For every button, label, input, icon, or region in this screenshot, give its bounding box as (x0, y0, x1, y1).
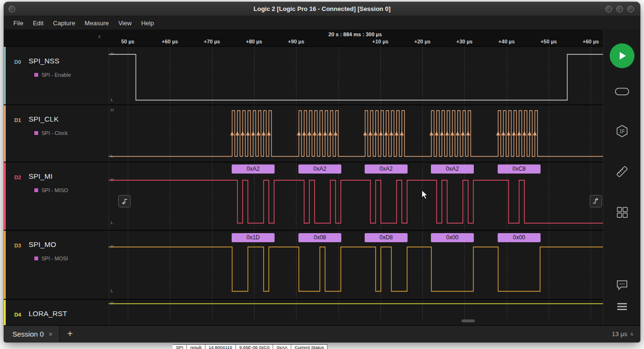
row-separator (4, 299, 603, 300)
spi-byte-annotation[interactable]: 0xA2 (431, 164, 474, 174)
titlebar[interactable]: Logic 2 [Logic Pro 16 - Connected] [Sess… (4, 2, 640, 16)
level-low-marker: L (111, 220, 113, 225)
horizontal-scrollbar-thumb[interactable] (461, 319, 475, 322)
spi-byte-annotation[interactable]: 0x08 (298, 233, 341, 242)
timeline-tick-label: +40 µs (499, 39, 515, 44)
level-low-marker: L (111, 154, 113, 158)
timeline-tick-label: +70 µs (204, 39, 220, 44)
zoom-level-control[interactable]: 13 µs ∧ (612, 330, 634, 338)
row-separator (4, 230, 603, 231)
channel-name[interactable]: SPI_NSS (29, 57, 60, 65)
analyzer-name: SPI - Clock (41, 130, 68, 136)
next-edge-button-icon (592, 197, 600, 205)
menubar: FileEditCaptureMeasureViewHelp (4, 16, 640, 30)
timeline-tick-label: +90 µs (288, 39, 304, 44)
menu-file[interactable]: File (9, 16, 28, 30)
analyzer-bullet-icon (34, 73, 38, 77)
close-tab-icon[interactable]: × (49, 330, 52, 338)
level-high-marker: H (111, 301, 114, 306)
channel-id: D1 (14, 117, 21, 123)
channel-name[interactable]: LORA_RST (29, 309, 67, 318)
tab-session-0[interactable]: Session 0 × (4, 326, 60, 342)
channel-row-d2: D2SPI_MISPI - MISOHL0xA20xA20xA20xA20xC8 (4, 162, 603, 230)
window-menu-button[interactable] (9, 6, 15, 12)
prev-edge-button[interactable] (118, 195, 131, 207)
hamburger-icon (616, 302, 628, 311)
analyzer-label[interactable]: SPI - MOSI (34, 256, 68, 261)
feedback-button[interactable] (612, 275, 633, 294)
channel-color-stripe[interactable] (4, 230, 6, 299)
layout-button[interactable] (612, 203, 633, 222)
menu-view[interactable]: View (113, 16, 136, 30)
layout-grid-icon (616, 206, 628, 218)
table-cell-fragment: SPI (173, 345, 187, 349)
spi-byte-annotation[interactable]: 0x00 (431, 233, 474, 242)
timeline-ruler[interactable]: ‹ 20 s : 884 ms : 300 µs 50 µs+60 µs+70 … (4, 30, 603, 47)
level-low-marker: L (111, 288, 113, 293)
channel-id: D0 (14, 59, 21, 65)
collapse-panel-icon[interactable]: ‹ (98, 32, 101, 40)
spi-byte-annotation[interactable]: 0xA2 (232, 164, 275, 174)
measurements-button[interactable] (612, 162, 633, 181)
device-settings-button[interactable] (612, 82, 633, 101)
channel-row-d3: D3SPI_MOSPI - MOSIHL0x1D0x080xD80x000x00 (4, 230, 603, 299)
chat-bubble-icon (616, 279, 628, 290)
next-edge-button[interactable] (590, 195, 602, 207)
spi-byte-annotation[interactable]: 0x1D (232, 233, 275, 242)
spi-byte-annotation[interactable]: 0xC8 (498, 164, 541, 174)
channel-name[interactable]: SPI_MO (29, 240, 56, 248)
channel-color-stripe[interactable] (4, 105, 6, 162)
menu-capture[interactable]: Capture (48, 16, 80, 30)
waveform-d4[interactable] (109, 299, 603, 325)
analyzer-label[interactable]: SPI - MISO (34, 187, 68, 193)
maximize-button[interactable] (616, 6, 623, 12)
channel-name[interactable]: SPI_MI (29, 172, 52, 180)
analyzer-label[interactable]: SPI - Enable (34, 72, 71, 78)
timeline-tick-label: +60 µs (162, 39, 178, 44)
session-tabbar: Session 0 × + 13 µs ∧ (4, 325, 640, 342)
channel-id: D3 (14, 243, 21, 248)
analyzer-bullet-icon (34, 188, 38, 192)
spi-byte-annotation[interactable]: 0xA2 (298, 164, 341, 174)
menu-help[interactable]: Help (136, 16, 159, 30)
channel-color-stripe[interactable] (4, 47, 6, 105)
close-button[interactable] (627, 6, 634, 12)
table-cell-fragment: Current Status (291, 345, 327, 349)
start-capture-button[interactable] (610, 43, 634, 68)
table-cell-fragment: result (187, 345, 205, 349)
prev-edge-button-icon (121, 197, 128, 205)
spi-byte-annotation[interactable]: 0xD8 (365, 233, 408, 242)
content-area: ‹ 20 s : 884 ms : 300 µs 50 µs+60 µs+70 … (4, 30, 640, 325)
analyzers-button[interactable]: 1F (612, 122, 633, 141)
timeline-tick-label: +60 µs (583, 39, 599, 44)
play-icon (617, 51, 627, 61)
spi-byte-annotation[interactable]: 0xA2 (365, 164, 408, 174)
timeline-tick-label: +50 µs (541, 39, 557, 44)
level-low-marker: L (111, 97, 113, 102)
table-cell-fragment: 14.8004115 (205, 345, 236, 349)
svg-text:1F: 1F (619, 129, 625, 134)
app-window: Logic 2 [Logic Pro 16 - Connected] [Sess… (4, 2, 640, 342)
spi-byte-annotation[interactable]: 0x00 (498, 233, 541, 242)
row-separator (4, 162, 603, 163)
table-cell-fragment: 9.65E-06 0xC0 (236, 345, 273, 349)
analyzer-label[interactable]: SPI - Clock (34, 130, 68, 136)
minimize-button[interactable] (605, 6, 612, 12)
add-session-button[interactable]: + (60, 328, 81, 339)
menu-measure[interactable]: Measure (80, 16, 114, 30)
analyzers-hex-icon: 1F (615, 124, 629, 138)
channel-row-d1: D1SPI_CLKSPI - ClockHL (4, 105, 603, 162)
main-menu-button[interactable] (612, 297, 633, 316)
menu-edit[interactable]: Edit (28, 16, 48, 30)
row-separator (4, 104, 603, 105)
channel-name[interactable]: SPI_CLK (29, 115, 59, 123)
channel-color-stripe[interactable] (4, 299, 6, 325)
device-icon (614, 86, 630, 97)
zoom-level-label: 13 µs (612, 330, 627, 338)
waveform-d0[interactable] (109, 47, 603, 105)
tab-label: Session 0 (12, 330, 44, 338)
channel-color-stripe[interactable] (4, 162, 6, 230)
timeline-position: 20 s : 884 ms : 300 µs (307, 31, 403, 37)
waveform-d1[interactable] (109, 105, 603, 162)
capture-view: ‹ 20 s : 884 ms : 300 µs 50 µs+60 µs+70 … (4, 30, 603, 325)
